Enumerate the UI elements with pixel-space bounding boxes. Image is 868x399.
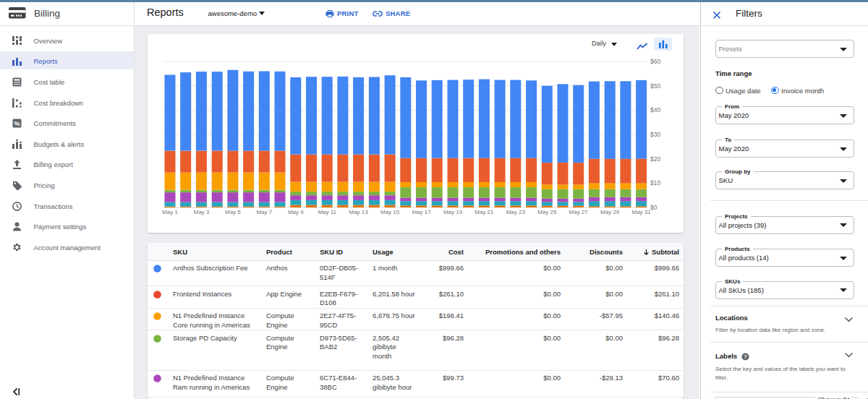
svg-text:$10: $10 xyxy=(650,179,660,186)
svg-text:May 9: May 9 xyxy=(288,209,304,215)
svg-text:May 13: May 13 xyxy=(349,209,368,215)
svg-text:May 1: May 1 xyxy=(162,209,178,215)
svg-text:May 19: May 19 xyxy=(443,209,463,215)
svg-text:%: % xyxy=(14,120,20,127)
svg-text:$20: $20 xyxy=(650,155,660,163)
svg-text:May 15: May 15 xyxy=(380,209,400,215)
svg-text:May 21: May 21 xyxy=(475,209,494,215)
svg-text:$0: $0 xyxy=(650,204,658,211)
svg-text:May 29: May 29 xyxy=(600,209,620,215)
svg-text:May 25: May 25 xyxy=(537,209,557,215)
svg-text:?: ? xyxy=(744,353,747,360)
svg-text:May 5: May 5 xyxy=(225,209,241,215)
svg-text:May 17: May 17 xyxy=(412,209,431,215)
svg-text:May 11: May 11 xyxy=(318,209,336,215)
svg-text:May 23: May 23 xyxy=(506,209,526,215)
svg-text:May 27: May 27 xyxy=(569,209,589,215)
svg-text:$30: $30 xyxy=(650,131,660,138)
svg-text:$40: $40 xyxy=(650,106,660,113)
svg-text:May 3: May 3 xyxy=(194,209,210,215)
svg-text:May 31: May 31 xyxy=(631,209,651,215)
svg-text:$50: $50 xyxy=(650,82,660,90)
svg-text:May 7: May 7 xyxy=(256,209,272,215)
svg-text:$60: $60 xyxy=(650,58,660,65)
